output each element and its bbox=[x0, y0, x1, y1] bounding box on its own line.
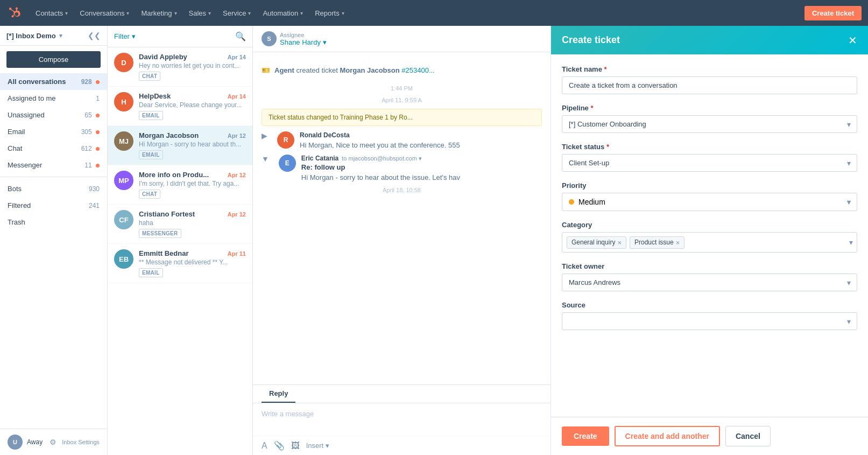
assignee-section: S Assignee Shane Hardy ▾ bbox=[262, 31, 327, 46]
sidebar-item-assigned-to-me[interactable]: Assigned to me 1 bbox=[0, 90, 107, 107]
reply-input-placeholder[interactable]: Write a message bbox=[253, 403, 551, 436]
category-label: Category bbox=[562, 221, 857, 229]
cancel-button[interactable]: Cancel bbox=[725, 426, 771, 446]
category-tag-product: Product issue × bbox=[630, 236, 684, 249]
user-avatar: U bbox=[8, 435, 23, 450]
left-sidebar: [*] Inbox Demo ▾ ❮❮ Compose All conversa… bbox=[0, 26, 108, 455]
list-item[interactable]: D David Appleby Apr 14 Hey no worries le… bbox=[108, 47, 252, 87]
sidebar-item-email[interactable]: Email 305 bbox=[0, 123, 107, 140]
ticket-status-select[interactable]: Client Set-upNewWaiting on contactClosed bbox=[562, 154, 857, 172]
list-item[interactable]: H HelpDesk Apr 14 Dear Service, Please c… bbox=[108, 87, 252, 126]
filter-button[interactable]: Filter ▾ bbox=[114, 32, 136, 40]
nav-item-automation[interactable]: Automation ▾ bbox=[257, 6, 308, 20]
create-and-add-button[interactable]: Create and add another bbox=[615, 426, 720, 446]
remove-tag-general[interactable]: × bbox=[617, 239, 622, 247]
chevron-down-icon: ▾ bbox=[174, 10, 177, 16]
timestamp: April 11, 9:59 A bbox=[262, 97, 542, 103]
priority-field: Priority Medium ▾ bbox=[562, 181, 857, 211]
list-item[interactable]: MJ Morgan Jacobson Apr 12 Hi Morgan - so… bbox=[108, 126, 252, 165]
panel-footer: Create Create and add another Cancel bbox=[551, 417, 868, 455]
avatar: E bbox=[279, 155, 296, 172]
sidebar-footer: U Away ⚙ Inbox Settings bbox=[0, 429, 107, 455]
compose-button[interactable]: Compose bbox=[6, 51, 101, 68]
ticket-status-field: Ticket status * Client Set-upNewWaiting … bbox=[562, 143, 857, 172]
list-item[interactable]: EB Emmitt Bednar Apr 11 ** Message not d… bbox=[108, 244, 252, 283]
unread-dot bbox=[96, 147, 100, 151]
sidebar-item-unassigned[interactable]: Unassigned 65 bbox=[0, 107, 107, 123]
priority-label: Priority bbox=[562, 181, 857, 190]
nav-item-service[interactable]: Service ▾ bbox=[217, 6, 256, 20]
collapse-sidebar-button[interactable]: ❮❮ bbox=[88, 31, 101, 40]
nav-item-reports[interactable]: Reports ▾ bbox=[309, 6, 350, 20]
agent-note: 🎫 Agent created ticket Morgan Jacobson #… bbox=[262, 61, 542, 80]
sidebar-item-messenger[interactable]: Messenger 11 bbox=[0, 157, 107, 173]
insert-button[interactable]: Insert ▾ bbox=[306, 442, 330, 450]
chat-header: S Assignee Shane Hardy ▾ bbox=[253, 26, 551, 52]
create-ticket-nav-button[interactable]: Create ticket bbox=[805, 6, 862, 20]
hubspot-logo[interactable] bbox=[6, 4, 24, 22]
source-select[interactable] bbox=[562, 312, 857, 330]
list-item[interactable]: MP More info on Produ... Apr 12 I'm sorr… bbox=[108, 165, 252, 205]
avatar: MP bbox=[114, 171, 133, 190]
expand-icon[interactable]: ▶ bbox=[262, 131, 267, 140]
ticket-status-note: Ticket status changed to Training Phase … bbox=[262, 109, 542, 126]
nav-item-marketing[interactable]: Marketing ▾ bbox=[136, 6, 182, 20]
settings-icon[interactable]: ⚙ bbox=[50, 438, 57, 446]
close-panel-button[interactable]: ✕ bbox=[848, 35, 857, 46]
chevron-down-icon: ▾ bbox=[132, 32, 136, 40]
channel-tag: CHAT bbox=[139, 72, 160, 81]
sidebar-item-chat[interactable]: Chat 612 bbox=[0, 140, 107, 157]
pipeline-field: Pipeline * [*] Customer OnboardingSuppor… bbox=[562, 104, 857, 133]
category-tags-container[interactable]: General inquiry × Product issue × bbox=[562, 232, 857, 253]
sidebar-divider bbox=[0, 177, 107, 177]
remove-tag-product[interactable]: × bbox=[676, 239, 680, 247]
nav-right-actions: Create ticket bbox=[805, 6, 862, 20]
avatar: H bbox=[114, 92, 133, 111]
category-tag-general: General inquiry × bbox=[567, 236, 626, 249]
chevron-down-icon: ▾ bbox=[208, 10, 211, 16]
avatar: CF bbox=[114, 210, 133, 229]
channel-tag: EMAIL bbox=[139, 111, 163, 120]
timestamp: 1:44 PM bbox=[262, 85, 542, 92]
assignee-dropdown[interactable]: Shane Hardy ▾ bbox=[280, 38, 327, 46]
inbox-settings-label[interactable]: Inbox Settings bbox=[62, 439, 100, 445]
sidebar-header: [*] Inbox Demo ▾ ❮❮ bbox=[0, 26, 107, 46]
format-text-icon[interactable]: A bbox=[262, 441, 267, 451]
conv-list-header: Filter ▾ 🔍 bbox=[108, 26, 252, 47]
pipeline-select[interactable]: [*] Customer OnboardingSupport PipelineD… bbox=[562, 115, 857, 133]
avatar: D bbox=[114, 53, 133, 72]
timestamp: April 18, 10:58 bbox=[262, 187, 542, 193]
message-row: ▼ E Eric Catania to mjacobson@hubspot.co… bbox=[262, 155, 542, 181]
search-icon[interactable]: 🔍 bbox=[235, 31, 246, 41]
collapse-icon[interactable]: ▼ bbox=[262, 155, 269, 163]
chevron-down-icon: ▾ bbox=[326, 442, 329, 450]
sidebar-item-all-conversations[interactable]: All conversations 928 bbox=[0, 73, 107, 90]
sidebar-item-trash[interactable]: Trash bbox=[0, 214, 107, 230]
sidebar-item-bots[interactable]: Bots 930 bbox=[0, 180, 107, 197]
ticket-owner-select[interactable]: Marcus AndrewsShane HardyRonald DeCosta bbox=[562, 274, 857, 291]
nav-item-sales[interactable]: Sales ▾ bbox=[184, 6, 217, 20]
ticket-icon: 🎫 bbox=[262, 66, 270, 74]
panel-title: Create ticket bbox=[562, 34, 620, 46]
chat-body: 🎫 Agent created ticket Morgan Jacobson #… bbox=[253, 52, 551, 384]
main-layout: [*] Inbox Demo ▾ ❮❮ Compose All conversa… bbox=[0, 26, 868, 455]
sidebar-item-filtered[interactable]: Filtered 241 bbox=[0, 197, 107, 214]
list-item[interactable]: CF Cristiano Fortest Apr 12 haha MESSENG… bbox=[108, 205, 252, 244]
tab-reply[interactable]: Reply bbox=[262, 385, 295, 403]
channel-tag: CHAT bbox=[139, 190, 160, 199]
nav-item-contacts[interactable]: Contacts ▾ bbox=[30, 6, 73, 20]
chevron-down-icon: ▾ bbox=[126, 10, 129, 16]
message-row: ▶ R Ronald DeCosta Hi Morgan, Nice to me… bbox=[262, 131, 542, 149]
chat-panel: S Assignee Shane Hardy ▾ 🎫 Agent created… bbox=[253, 26, 551, 455]
image-icon[interactable]: 🖼 bbox=[291, 441, 300, 451]
user-status[interactable]: Away bbox=[27, 438, 43, 446]
ticket-status-label: Ticket status * bbox=[562, 143, 857, 151]
create-button[interactable]: Create bbox=[562, 426, 609, 446]
attachment-icon[interactable]: 📎 bbox=[274, 440, 285, 451]
source-select-wrapper bbox=[562, 312, 857, 330]
priority-dropdown[interactable]: Medium bbox=[562, 193, 857, 211]
chevron-down-icon: ▾ bbox=[323, 38, 327, 46]
nav-item-conversations[interactable]: Conversations ▾ bbox=[74, 6, 135, 20]
ticket-name-input[interactable] bbox=[562, 76, 857, 94]
inbox-title[interactable]: [*] Inbox Demo ▾ bbox=[6, 32, 62, 40]
